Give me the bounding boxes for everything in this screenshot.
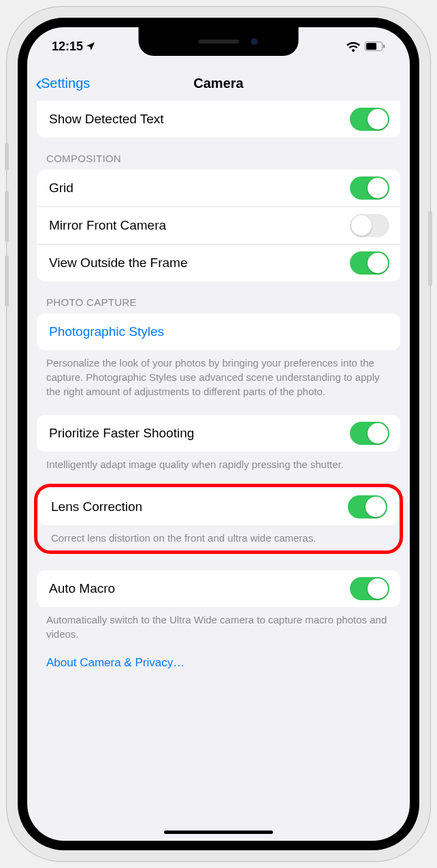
side-button — [428, 211, 432, 286]
macro-label: Auto Macro — [49, 581, 115, 596]
battery-icon — [365, 42, 385, 51]
mirror-toggle[interactable] — [350, 214, 389, 237]
priority-toggle[interactable] — [350, 422, 389, 445]
show-detected-text-toggle[interactable] — [350, 108, 389, 131]
back-button[interactable]: ‹ Settings — [35, 73, 90, 93]
svg-rect-1 — [366, 43, 376, 50]
back-label: Settings — [41, 76, 90, 91]
show-detected-text-label: Show Detected Text — [49, 112, 164, 127]
lens-toggle[interactable] — [348, 495, 387, 518]
grid-label: Grid — [49, 181, 74, 196]
lens-correction-row[interactable]: Lens Correction — [39, 489, 398, 525]
auto-macro-row[interactable]: Auto Macro — [37, 570, 400, 607]
lens-footer: Correct lens distortion on the front and… — [39, 525, 398, 549]
photo-capture-header: PHOTO CAPTURE — [27, 281, 410, 313]
grid-row[interactable]: Grid — [37, 170, 400, 206]
volume-up-button — [5, 191, 9, 242]
photographic-styles-label: Photographic Styles — [49, 324, 164, 339]
lens-label: Lens Correction — [51, 499, 142, 514]
grid-toggle[interactable] — [350, 176, 389, 200]
home-indicator[interactable] — [164, 831, 273, 834]
styles-footer: Personalize the look of your photos by b… — [27, 350, 410, 399]
location-icon — [85, 41, 96, 52]
svg-rect-2 — [383, 45, 385, 48]
view-outside-toggle[interactable] — [350, 251, 389, 275]
priority-label: Prioritize Faster Shooting — [49, 426, 194, 441]
device-frame: 12:15 ‹ Settings Camera Show Det — [7, 7, 430, 861]
lens-correction-highlight: Lens Correction Correct lens distortion … — [34, 484, 403, 554]
macro-toggle[interactable] — [350, 577, 389, 600]
show-detected-text-row[interactable]: Show Detected Text — [37, 101, 400, 138]
status-time: 12:15 — [52, 40, 83, 54]
mirror-front-camera-row[interactable]: Mirror Front Camera — [37, 206, 400, 244]
mute-switch — [5, 143, 9, 170]
volume-down-button — [5, 255, 9, 307]
priority-footer: Intelligently adapt image quality when r… — [27, 452, 410, 471]
photographic-styles-link[interactable]: Photographic Styles — [37, 313, 400, 350]
composition-header: COMPOSITION — [27, 138, 410, 170]
view-outside-frame-row[interactable]: View Outside the Frame — [37, 244, 400, 281]
about-camera-privacy-link[interactable]: About Camera & Privacy… — [27, 641, 410, 675]
wifi-icon — [346, 41, 361, 52]
nav-bar: ‹ Settings Camera — [27, 65, 410, 101]
screen: 12:15 ‹ Settings Camera Show Det — [27, 27, 410, 841]
prioritize-faster-shooting-row[interactable]: Prioritize Faster Shooting — [37, 415, 400, 452]
macro-footer: Automatically switch to the Ultra Wide c… — [27, 607, 410, 641]
view-outside-label: View Outside the Frame — [49, 255, 187, 270]
mirror-label: Mirror Front Camera — [49, 218, 166, 233]
notch — [139, 27, 299, 56]
